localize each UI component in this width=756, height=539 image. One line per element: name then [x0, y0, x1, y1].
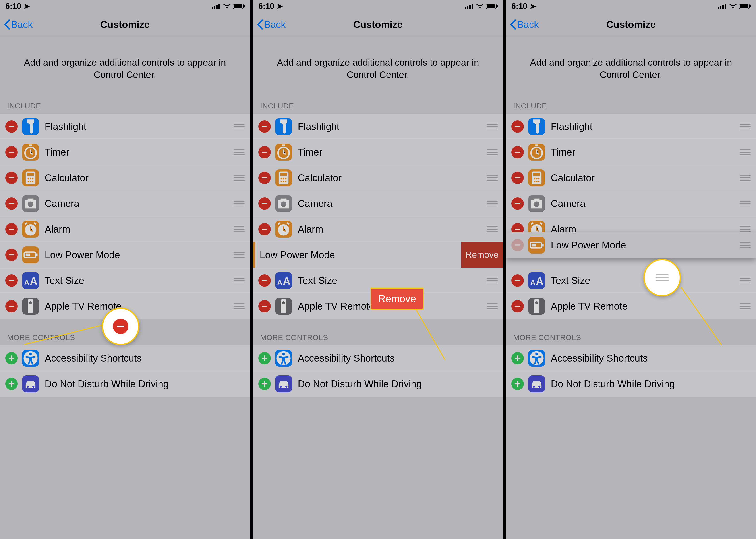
list-row-textsize: AAText Size [0, 268, 250, 293]
row-label: Do Not Disturb While Driving [298, 378, 498, 389]
description: Add and organize additional controls to … [506, 37, 756, 96]
add-circle-button[interactable] [5, 378, 18, 390]
drag-grip-icon[interactable] [233, 124, 245, 129]
drag-grip-icon[interactable] [233, 252, 245, 258]
drag-grip-icon[interactable] [233, 175, 245, 181]
svg-text:A: A [283, 275, 291, 287]
drag-grip-icon[interactable] [487, 201, 498, 206]
remove-circle-button[interactable] [511, 274, 524, 287]
remove-circle-button[interactable] [511, 239, 524, 251]
remove-circle-button[interactable] [511, 197, 524, 210]
svg-rect-34 [487, 4, 495, 8]
drag-grip-icon[interactable] [740, 303, 751, 309]
svg-rect-35 [497, 5, 498, 7]
row-label: Alarm [298, 224, 483, 235]
remove-circle-button[interactable] [5, 223, 18, 235]
remove-circle-button[interactable] [258, 172, 271, 184]
flashlight-icon [22, 118, 39, 135]
drag-grip-icon[interactable] [233, 149, 245, 155]
add-circle-button[interactable] [5, 352, 18, 364]
callout-remove-label: Remove [370, 288, 424, 310]
drag-grip-icon[interactable] [233, 201, 245, 206]
drag-grip-icon[interactable] [233, 278, 245, 283]
remove-circle-button[interactable] [258, 197, 271, 210]
drag-grip-icon[interactable] [233, 303, 245, 309]
drag-grip-icon[interactable] [487, 175, 498, 181]
row-label: Apple TV Remote [45, 301, 230, 312]
wifi-icon [223, 2, 230, 11]
calculator-icon [528, 170, 545, 186]
remove-circle-button[interactable] [258, 274, 271, 287]
drag-grip-icon[interactable] [487, 149, 498, 155]
remove-circle-button[interactable] [5, 146, 18, 158]
wifi-icon [729, 2, 736, 11]
add-circle-button[interactable] [258, 352, 271, 364]
remove-circle-button[interactable] [5, 197, 18, 210]
back-button[interactable]: Back [4, 19, 33, 30]
remove-circle-button[interactable] [258, 300, 271, 312]
remove-circle-button[interactable] [258, 223, 271, 235]
accessibility-icon [22, 350, 39, 367]
remove-button[interactable]: Remove [461, 242, 503, 268]
remove-circle-button[interactable] [511, 146, 524, 158]
back-label: Back [517, 19, 539, 30]
row-label: Do Not Disturb While Driving [551, 378, 751, 389]
remove-circle-button[interactable] [511, 120, 524, 133]
svg-rect-6 [244, 5, 245, 7]
status-bar: 6:10➤ [0, 0, 250, 12]
row-label: Calculator [45, 172, 230, 184]
svg-rect-31 [469, 5, 471, 9]
car-icon [275, 375, 292, 392]
drag-grip-icon[interactable] [740, 226, 751, 232]
remove-circle-button[interactable] [258, 120, 271, 133]
flashlight-icon [528, 118, 545, 135]
remove-circle-button[interactable] [258, 146, 271, 158]
textsize-icon: AA [528, 272, 545, 289]
svg-rect-9 [27, 173, 34, 176]
back-button[interactable]: Back [257, 19, 286, 30]
calculator-icon [22, 170, 39, 186]
drag-grip-icon[interactable] [233, 226, 245, 232]
remove-circle-button[interactable] [5, 300, 18, 312]
add-circle-button[interactable] [258, 378, 271, 390]
drag-grip-icon[interactable] [740, 242, 751, 248]
drag-grip-icon[interactable] [740, 124, 751, 129]
drag-grip-icon[interactable] [487, 278, 498, 283]
add-circle-button[interactable] [511, 352, 524, 364]
svg-rect-3 [218, 4, 220, 9]
row-label: Alarm [45, 224, 230, 235]
list-row-camera: Camera [253, 191, 503, 216]
section-more-header: MORE CONTROLS [253, 328, 503, 346]
drag-grip-icon[interactable] [740, 175, 751, 181]
svg-rect-29 [465, 7, 466, 9]
list-row-calculator: Calculator [0, 165, 250, 191]
drag-grip-icon[interactable] [487, 226, 498, 232]
accessibility-icon [275, 350, 292, 367]
signal-icon [465, 2, 474, 11]
remove-circle-button[interactable] [5, 249, 18, 261]
list-row-lowpower: Low Power ModeRemove [253, 242, 503, 268]
status-time: 6:10 [511, 2, 527, 11]
drag-grip-icon[interactable] [487, 124, 498, 129]
svg-point-67 [538, 178, 540, 180]
list-row-dnd: Do Not Disturb While Driving [0, 371, 250, 397]
remove-circle-button[interactable] [511, 172, 524, 184]
row-label: Flashlight [45, 121, 230, 132]
drag-grip-icon[interactable] [740, 278, 751, 283]
remove-circle-button[interactable] [511, 300, 524, 312]
add-circle-button[interactable] [511, 378, 524, 390]
drag-grip-icon[interactable] [487, 303, 498, 309]
remove-circle-button[interactable] [5, 274, 18, 287]
nav-bar: Back Customize [506, 12, 756, 37]
svg-point-40 [283, 178, 285, 180]
remove-circle-button[interactable] [5, 120, 18, 133]
svg-rect-74 [532, 244, 536, 247]
svg-point-43 [283, 181, 285, 182]
drag-grip-icon[interactable] [740, 201, 751, 206]
remove-circle-button[interactable] [5, 172, 18, 184]
back-button[interactable]: Back [510, 19, 539, 30]
drag-grip-icon[interactable] [740, 149, 751, 155]
list-row-alarm: Alarm [253, 216, 503, 242]
svg-rect-30 [467, 6, 468, 9]
status-time: 6:10 [258, 2, 274, 11]
